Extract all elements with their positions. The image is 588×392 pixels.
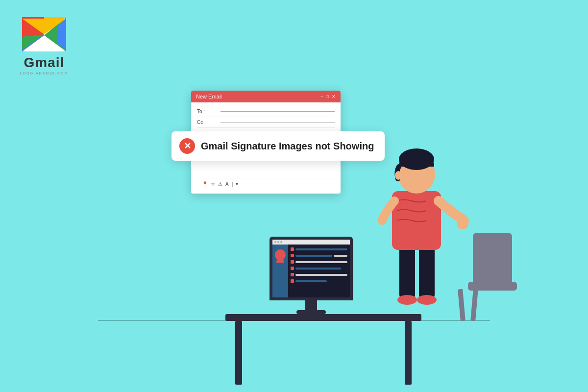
chair-leg-left — [470, 289, 478, 321]
cc-line — [220, 122, 335, 122]
close-button[interactable]: ✕ — [332, 94, 336, 99]
email-toolbar: 📍 ☆ ⚠ A | ▾ — [197, 178, 335, 190]
email-titlebar: New Email – □ ✕ — [191, 91, 341, 102]
svg-rect-12 — [419, 245, 435, 299]
logo-subtext: LOGO.ADAM96.COM — [20, 72, 68, 75]
screen-body — [272, 245, 350, 297]
app-name-label: Gmail — [24, 55, 65, 71]
title-dot-1 — [274, 241, 276, 243]
svg-point-13 — [397, 295, 417, 305]
row-dot-5 — [291, 273, 294, 276]
email-window-title: New Email — [196, 94, 222, 99]
title-dot-3 — [280, 241, 282, 243]
row-dot-1 — [291, 247, 294, 251]
row-dot-3 — [291, 260, 294, 264]
gmail-logo: Gmail LOGO.ADAM96.COM — [20, 15, 69, 75]
attach-icon[interactable]: | — [232, 181, 233, 187]
row-line-6 — [295, 280, 327, 282]
gmail-m-icon — [20, 15, 69, 54]
monitor-base — [296, 310, 326, 314]
screen-row-5 — [291, 273, 347, 276]
row-line-1 — [295, 248, 347, 250]
warning-icon[interactable]: ⚠ — [218, 181, 222, 187]
screen-row-4 — [291, 267, 347, 270]
screen-avatar — [275, 249, 286, 260]
monitor-screen — [270, 237, 353, 300]
row-line-5 — [295, 274, 347, 276]
error-badge: ✕ Gmail Signature Images not Showing — [172, 131, 385, 161]
window-controls[interactable]: – □ ✕ — [321, 94, 336, 99]
minimize-button[interactable]: – — [321, 94, 323, 99]
row-dot-4 — [291, 267, 294, 270]
svg-rect-11 — [399, 245, 415, 299]
email-to-field[interactable]: To : — [197, 106, 335, 117]
person-illustration — [363, 137, 470, 323]
row-line-3 — [295, 261, 347, 263]
format-icon[interactable]: A — [225, 181, 229, 187]
to-line — [220, 111, 335, 112]
screen-titlebar — [272, 240, 350, 245]
desk-leg-left — [235, 321, 242, 385]
row-line-2 — [295, 255, 332, 257]
cc-label: Cc : — [197, 120, 220, 125]
desk-leg-right — [405, 321, 412, 385]
screen-row-1 — [291, 247, 347, 251]
avatar-body — [276, 258, 284, 263]
svg-point-16 — [457, 220, 468, 229]
svg-point-14 — [417, 295, 437, 305]
error-message: Gmail Signature Images not Showing — [201, 141, 374, 152]
error-x-icon: ✕ — [184, 141, 191, 151]
chair-back — [473, 233, 512, 282]
row-line-2b — [334, 255, 347, 257]
more-icon[interactable]: ▾ — [236, 181, 238, 187]
star-icon[interactable]: ☆ — [211, 181, 215, 187]
row-line-4 — [295, 268, 341, 270]
pin-icon[interactable]: 📍 — [202, 181, 208, 187]
screen-content-rows — [288, 245, 350, 297]
screen-row-2 — [291, 254, 347, 257]
row-dot-6 — [291, 279, 294, 283]
to-label: To : — [197, 109, 220, 114]
svg-point-19 — [395, 171, 402, 180]
screen-row-3 — [291, 260, 347, 264]
maximize-button[interactable]: □ — [326, 94, 329, 99]
email-cc-field[interactable]: Cc : — [197, 117, 335, 128]
monitor — [270, 237, 353, 314]
row-dot-2 — [291, 254, 294, 257]
screen-sidebar — [272, 245, 288, 297]
monitor-stand — [305, 300, 317, 310]
screen-row-6 — [291, 279, 347, 283]
error-icon: ✕ — [179, 138, 195, 154]
title-dot-2 — [277, 241, 279, 243]
